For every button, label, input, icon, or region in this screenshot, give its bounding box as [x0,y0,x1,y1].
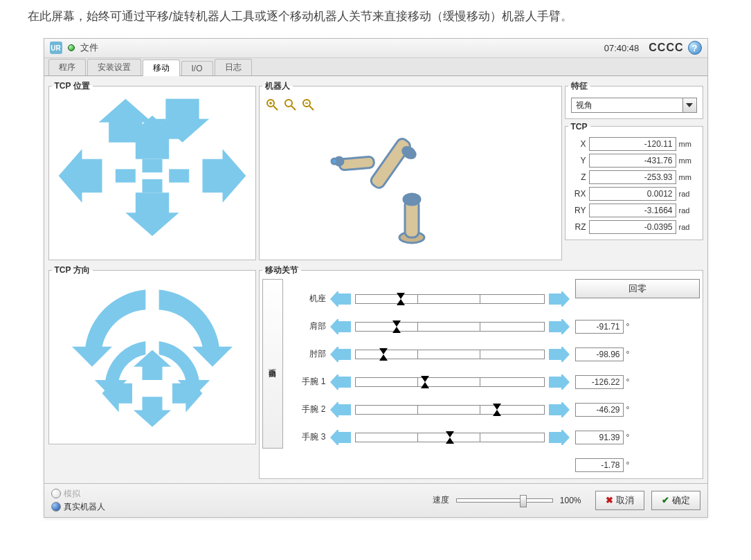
tcp-coord-value[interactable]: -120.11 [589,137,676,151]
joint-row: 手腕 3 [287,427,570,448]
panel-tcp-position: TCP 位置 [48,80,256,260]
robot-3d-view[interactable] [301,120,509,258]
tcp-coord-value[interactable]: -3.1664 [589,204,676,217]
zoom-out-icon[interactable] [301,98,315,111]
real-robot-radio-label: 真实机器人 [64,501,105,513]
speed-slider-thumb[interactable] [520,495,527,507]
zoom-reset-icon[interactable] [283,98,297,111]
tcp-coord-label: RX [571,189,586,199]
jog-plus-arrow-icon[interactable] [549,430,570,445]
joint-slider[interactable] [355,377,545,387]
svg-rect-12 [369,136,412,190]
cancel-button-label: 取消 [616,494,634,507]
freedrive-button[interactable]: 自由驱动 [262,279,283,449]
sim-radio[interactable]: 模拟 [51,488,105,500]
jog-plus-arrow-icon[interactable] [549,319,570,334]
joint-value[interactable]: -98.96 [575,347,624,361]
translate-right-arrow-icon[interactable] [202,149,246,202]
jog-minus-arrow-icon[interactable] [330,374,351,390]
tcp-coord-value[interactable]: -0.0395 [589,220,676,234]
jog-plus-arrow-icon[interactable] [549,374,570,390]
joint-label: 手腕 1 [287,376,326,388]
tab-io[interactable]: I/O [181,61,213,75]
jog-minus-arrow-icon[interactable] [330,402,351,417]
speed-label: 速度 [433,494,449,506]
tab-move[interactable]: 移动 [143,60,180,76]
tcp-coord-value[interactable]: -253.93 [589,170,676,184]
tcp-coord-unit: mm [679,140,697,148]
help-icon[interactable]: ? [688,41,702,55]
jog-minus-arrow-icon[interactable] [330,430,351,445]
joint-value[interactable]: -1.78 [575,458,624,472]
svg-marker-18 [330,291,351,307]
jog-minus-arrow-icon[interactable] [330,319,351,334]
joint-slider[interactable] [355,294,545,304]
panel-tcp-direction: TCP 方向 [48,264,256,444]
jog-plus-arrow-icon[interactable] [549,402,570,417]
jog-minus-arrow-icon[interactable] [330,291,351,307]
feature-dropdown-value: 视角 [572,98,682,112]
cancel-button[interactable]: ✖ 取消 [595,491,644,510]
radio-off-icon [51,489,61,498]
tab-installation[interactable]: 安装设置 [87,59,141,75]
check-icon: ✔ [662,495,669,505]
joint-value[interactable]: -91.71 [575,320,624,334]
panel-tcp-position-title: TCP 位置 [52,80,93,92]
tcp-coord-row: RZ-0.0395rad [571,220,697,234]
svg-marker-23 [549,347,570,362]
jog-minus-arrow-icon[interactable] [330,347,351,362]
joint-slider[interactable] [355,405,545,415]
svg-marker-20 [330,319,351,334]
joint-slider[interactable] [355,350,545,359]
joint-unit: ° [626,460,635,470]
svg-point-16 [332,159,337,164]
jog-plus-arrow-icon[interactable] [549,291,570,307]
translate-left-arrow-icon[interactable] [58,149,102,202]
status-led-icon [68,44,75,51]
zoom-in-icon[interactable] [265,98,279,111]
svg-marker-27 [549,402,570,417]
tcp-coord-unit: rad [679,223,697,231]
tcp-coord-value[interactable]: -431.76 [589,154,676,168]
tcp-coord-label: Z [571,172,586,182]
svg-marker-29 [549,430,570,445]
joint-unit: ° [626,350,635,359]
tcp-coord-label: RZ [571,222,586,232]
tab-program[interactable]: 程序 [48,59,86,75]
joint-slider[interactable] [355,322,545,332]
radio-on-icon [51,502,61,512]
tcp-coord-label: X [571,139,586,149]
real-robot-radio[interactable]: 真实机器人 [51,501,105,513]
svg-marker-19 [549,291,570,307]
svg-marker-21 [549,319,570,334]
jog-plus-arrow-icon[interactable] [549,347,570,362]
ok-button-label: 确定 [672,494,690,507]
svg-marker-26 [330,402,351,417]
sim-radio-label: 模拟 [64,488,80,500]
joint-value[interactable]: -46.29 [575,403,624,417]
svg-marker-17 [686,103,693,107]
intro-text: 在此屏幕，始终可通过平移/旋转机器人工具或逐个移动机器人关节来直接移动（缓慢移动… [28,7,723,27]
translate-back-arrow-icon[interactable] [125,192,179,236]
panel-tcp-direction-title: TCP 方向 [52,264,93,276]
speed-slider[interactable] [456,498,553,503]
tcp-coord-value[interactable]: 0.0012 [589,187,676,201]
joint-value[interactable]: 91.39 [575,431,624,444]
tab-log[interactable]: 日志 [215,59,252,75]
panel-feature: 特征 视角 [565,80,703,119]
feature-dropdown[interactable]: 视角 [571,98,697,113]
footer: 模拟 真实机器人 速度 100% ✖ 取消 ✔ 确定 [44,483,707,517]
svg-marker-22 [330,347,351,362]
ok-button[interactable]: ✔ 确定 [651,491,700,510]
speed-value: 100% [560,496,581,505]
home-button[interactable]: 回零 [575,279,700,298]
rotate-rx-down-icon[interactable] [133,397,170,427]
translate-center-icon3 [142,159,162,172]
logo-icon: UR [50,42,62,54]
joint-value[interactable]: -126.22 [575,375,624,389]
svg-line-1 [273,106,278,110]
titlebar: UR 文件 07:40:48 CCCC ? [44,39,707,58]
joint-slider[interactable] [355,433,545,442]
file-menu[interactable]: 文件 [80,42,98,54]
tcp-coord-unit: mm [679,156,697,165]
